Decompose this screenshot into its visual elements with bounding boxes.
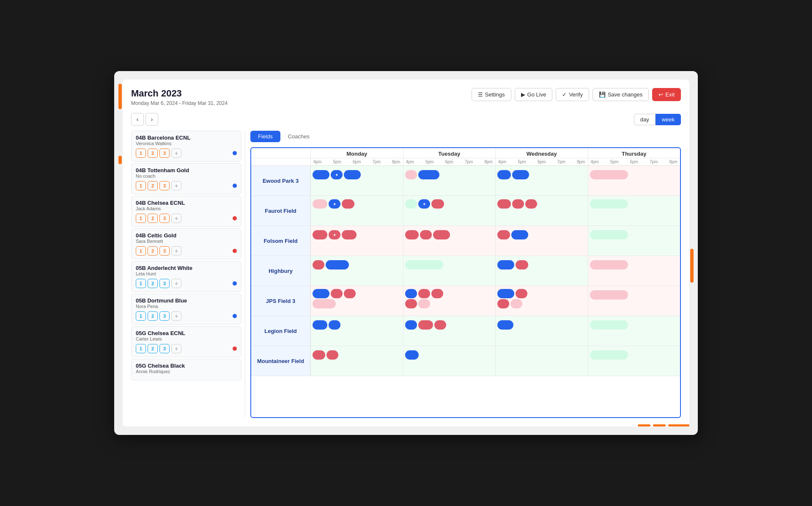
team-tag-add[interactable]: +	[171, 148, 181, 158]
team-tag[interactable]: 2	[148, 311, 158, 321]
event-block[interactable]	[525, 199, 537, 209]
team-card-4[interactable]: 05B Anderlecht WhiteLeta Hunt123+	[131, 261, 241, 292]
event-block[interactable]	[342, 199, 354, 209]
event-block[interactable]	[433, 230, 450, 239]
team-tag[interactable]: 2	[148, 279, 158, 288]
team-tag-add[interactable]: +	[171, 279, 181, 288]
event-block[interactable]	[497, 230, 510, 239]
cell-highbury-mon[interactable]	[310, 256, 403, 286]
team-card-1[interactable]: 04B Tottenham GoldNo coach123+	[131, 163, 241, 194]
event-block[interactable]	[590, 260, 628, 270]
event-block[interactable]	[497, 320, 513, 330]
cell-ewood-tue[interactable]	[403, 166, 496, 195]
event-block[interactable]	[405, 289, 417, 298]
event-block[interactable]	[497, 289, 514, 298]
team-tag[interactable]: 1	[136, 344, 146, 353]
cell-jps-mon[interactable]	[310, 286, 403, 316]
event-block[interactable]	[326, 260, 349, 270]
team-tag[interactable]: 1	[136, 311, 146, 321]
cell-highbury-tue[interactable]	[403, 256, 496, 286]
team-tag[interactable]: 2	[148, 246, 158, 256]
event-block[interactable]	[512, 199, 524, 209]
event-block[interactable]	[326, 350, 338, 360]
event-block[interactable]	[418, 299, 430, 308]
event-block[interactable]	[405, 170, 417, 179]
team-card-6[interactable]: 05G Chelsea ECNLCarter Lewis123+	[131, 326, 241, 357]
team-tag[interactable]: 2	[148, 181, 158, 190]
cell-folsom-thu[interactable]	[588, 226, 680, 256]
event-block[interactable]	[313, 299, 336, 308]
cell-legion-tue[interactable]	[403, 316, 496, 346]
exit-button[interactable]: ↩ Exit	[652, 88, 681, 101]
team-tag[interactable]: 3	[159, 311, 170, 321]
team-tag[interactable]: 1	[136, 181, 146, 190]
team-tag[interactable]: 3	[159, 279, 170, 288]
team-tag[interactable]: 1	[136, 148, 146, 158]
team-tag[interactable]: 3	[159, 344, 170, 353]
team-card-0[interactable]: 04B Barcelona ECNLVeronica Watkins123+	[131, 131, 241, 162]
event-block[interactable]	[313, 170, 329, 179]
event-block[interactable]	[342, 230, 357, 239]
event-block[interactable]	[331, 289, 343, 298]
team-card-2[interactable]: 04B Chelsea ECNLJack Adams123+	[131, 196, 241, 227]
event-block[interactable]	[405, 230, 419, 239]
cell-faurot-wed[interactable]	[495, 196, 588, 226]
cell-legion-wed[interactable]	[495, 316, 588, 346]
event-block[interactable]	[590, 199, 628, 209]
verify-button[interactable]: ✓ Verify	[556, 88, 589, 101]
cell-highbury-thu[interactable]	[588, 256, 680, 286]
event-block[interactable]	[511, 230, 528, 239]
team-tag-add[interactable]: +	[171, 181, 181, 190]
cell-mountaineer-thu[interactable]	[588, 346, 680, 376]
team-tag-add[interactable]: +	[171, 214, 181, 223]
event-block[interactable]	[590, 230, 628, 239]
event-block[interactable]	[344, 289, 356, 298]
event-block[interactable]	[434, 320, 446, 330]
team-tag-add[interactable]: +	[171, 246, 181, 256]
event-block[interactable]	[344, 170, 361, 179]
go-live-button[interactable]: ▶ Go Live	[515, 88, 553, 101]
event-block[interactable]	[516, 260, 528, 270]
prev-button[interactable]: ‹	[131, 113, 144, 126]
event-block[interactable]	[405, 299, 417, 308]
team-tag[interactable]: 2	[148, 148, 158, 158]
event-block[interactable]	[405, 320, 417, 330]
cell-faurot-mon[interactable]: ✦	[310, 196, 403, 226]
event-block[interactable]	[329, 320, 340, 330]
event-block[interactable]	[418, 170, 439, 179]
event-block[interactable]	[590, 350, 628, 360]
event-block[interactable]	[510, 299, 522, 308]
cell-jps-thu[interactable]	[588, 286, 680, 316]
settings-button[interactable]: ☰ Settings	[472, 88, 511, 101]
event-block[interactable]	[313, 199, 327, 209]
team-tag-add[interactable]: +	[171, 311, 181, 321]
event-block[interactable]	[590, 320, 628, 330]
tab-fields[interactable]: Fields	[250, 131, 280, 142]
event-block[interactable]	[497, 199, 511, 209]
team-tag[interactable]: 2	[148, 344, 158, 353]
event-block[interactable]	[497, 299, 509, 308]
event-block[interactable]	[313, 350, 325, 360]
team-tag[interactable]: 3	[159, 148, 170, 158]
cell-ewood-mon[interactable]: ✦	[310, 166, 403, 195]
team-tag[interactable]: 1	[136, 214, 146, 223]
event-block[interactable]	[590, 170, 628, 179]
cell-faurot-thu[interactable]	[588, 196, 680, 226]
cell-legion-thu[interactable]	[588, 316, 680, 346]
event-block[interactable]	[512, 170, 529, 179]
cell-faurot-tue[interactable]: ✦	[403, 196, 496, 226]
cell-ewood-thu[interactable]	[588, 166, 680, 195]
team-tag[interactable]: 1	[136, 279, 146, 288]
event-block[interactable]	[420, 230, 432, 239]
event-block[interactable]	[418, 320, 433, 330]
team-tag[interactable]: 1	[136, 246, 146, 256]
team-tag-add[interactable]: +	[171, 344, 181, 353]
team-card-7[interactable]: 05G Chelsea BlackAnnie Rodriquez	[131, 359, 241, 380]
cell-mountaineer-tue[interactable]	[403, 346, 496, 376]
event-block[interactable]: ✦	[329, 230, 340, 239]
day-view-button[interactable]: day	[634, 114, 656, 125]
event-block[interactable]	[590, 290, 628, 300]
cell-folsom-wed[interactable]	[495, 226, 588, 256]
team-tag[interactable]: 3	[159, 181, 170, 190]
team-card-3[interactable]: 04B Celtic GoldSara Bennett123+	[131, 228, 241, 259]
